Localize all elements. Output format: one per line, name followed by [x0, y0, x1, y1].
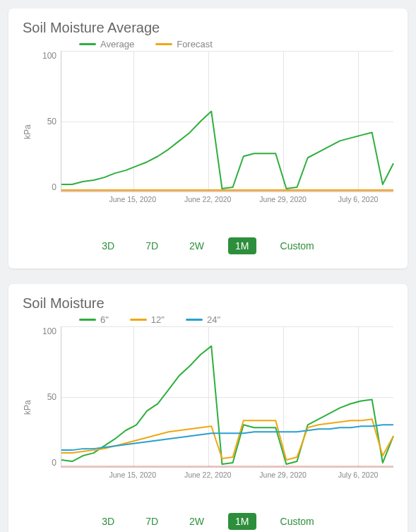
ytick: 50 — [47, 117, 57, 126]
chart-card-average: Soil Moisture Average Average Forecast k… — [8, 8, 408, 268]
legend-item[interactable]: 24" — [186, 314, 220, 325]
range-tab-2w[interactable]: 2W — [182, 237, 211, 254]
xtick: June 29, 2020 — [259, 195, 307, 203]
xtick: June 15, 2020 — [109, 195, 156, 203]
legend-swatch — [155, 43, 172, 45]
x-axis-ticks: June 15, 2020 June 22, 2020 June 29, 202… — [61, 195, 393, 209]
legend-label: 12" — [151, 314, 165, 325]
x-axis-ticks: June 15, 2020 June 22, 2020 June 29, 202… — [61, 471, 393, 485]
xtick: June 22, 2020 — [184, 195, 232, 203]
range-tabs: 3D 7D 2W 1M Custom — [23, 237, 393, 254]
xtick: June 22, 2020 — [184, 471, 232, 479]
y-axis-ticks: 100 50 0 — [35, 51, 61, 192]
legend-item[interactable]: Forecast — [155, 39, 213, 49]
chart-legend: Average Forecast — [79, 39, 393, 49]
chart-card-moisture: Soil Moisture 6" 12" 24" kPa 100 50 0 — [8, 284, 408, 532]
xtick: June 29, 2020 — [259, 471, 307, 479]
legend-label: 6" — [100, 314, 109, 325]
ytick: 100 — [42, 51, 57, 61]
legend-swatch — [186, 319, 203, 321]
legend-swatch — [130, 319, 147, 321]
legend-item[interactable]: 6" — [79, 314, 109, 325]
ytick: 50 — [47, 392, 57, 402]
chart-title: Soil Moisture Average — [23, 20, 393, 36]
plot-area[interactable] — [61, 326, 393, 468]
legend-label: 24" — [207, 314, 220, 325]
range-tab-custom[interactable]: Custom — [273, 237, 321, 254]
xtick: July 6, 2020 — [338, 471, 379, 479]
legend-swatch — [79, 43, 96, 45]
legend-item[interactable]: 12" — [130, 314, 165, 325]
ytick: 0 — [52, 458, 57, 468]
ytick: 100 — [42, 326, 57, 336]
range-tab-3d[interactable]: 3D — [95, 513, 121, 530]
y-axis-label: kPa — [23, 51, 35, 213]
chart-frame: kPa 100 50 0 June 15, 2020 June 22, 2020… — [23, 51, 393, 213]
legend-label: Forecast — [177, 39, 213, 49]
plot-area[interactable] — [61, 51, 393, 192]
range-tab-2w[interactable]: 2W — [182, 513, 211, 530]
range-tabs: 3D 7D 2W 1M Custom — [23, 513, 393, 530]
legend-label: Average — [100, 39, 134, 49]
range-tab-custom[interactable]: Custom — [273, 513, 321, 530]
range-tab-7d[interactable]: 7D — [138, 513, 165, 530]
y-axis-label: kPa — [23, 326, 35, 489]
legend-item[interactable]: Average — [79, 39, 134, 49]
range-tab-1m[interactable]: 1M — [228, 237, 256, 254]
range-tab-1m[interactable]: 1M — [228, 513, 256, 530]
chart-title: Soil Moisture — [23, 295, 393, 312]
chart-legend: 6" 12" 24" — [79, 314, 393, 325]
range-tab-7d[interactable]: 7D — [138, 237, 165, 254]
y-axis-ticks: 100 50 0 — [35, 326, 61, 468]
chart-frame: kPa 100 50 0 June 15, 2020 June 22, 2020… — [23, 326, 393, 489]
range-tab-3d[interactable]: 3D — [95, 237, 121, 254]
ytick: 0 — [52, 182, 57, 192]
xtick: June 15, 2020 — [109, 471, 156, 479]
xtick: July 6, 2020 — [338, 195, 379, 203]
legend-swatch — [79, 319, 96, 321]
